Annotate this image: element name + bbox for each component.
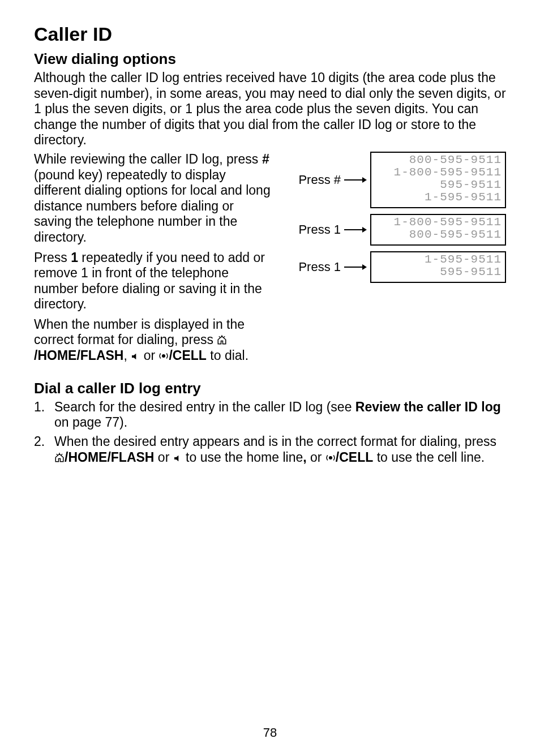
pound-para-b: (pound key) repeatedly to display differ… bbox=[34, 167, 271, 244]
lcd-box-one-a: 1-800-595-9511 800-595-9511 bbox=[370, 214, 506, 246]
press-pound-label: Press # bbox=[298, 173, 341, 187]
press-one-label-b: Press 1 bbox=[298, 260, 341, 274]
step2-c: to use the cell line. bbox=[373, 450, 485, 465]
press-one-label-a: Press 1 bbox=[298, 222, 341, 237]
cell-label: /CELL bbox=[169, 348, 206, 363]
arrow-right-icon bbox=[344, 263, 367, 271]
arrow-right-icon bbox=[344, 226, 367, 234]
lcd-line: 595-9511 bbox=[375, 179, 502, 191]
cell-icon bbox=[325, 453, 336, 463]
lcd-block-one-a: Press 1 1-800-595-9511 800-595-9511 bbox=[277, 214, 506, 246]
step-2: When the desired entry appears and is in… bbox=[34, 434, 506, 465]
step-1: Search for the desired entry in the call… bbox=[34, 400, 506, 431]
cell-label-2: /CELL bbox=[336, 450, 373, 465]
step1-b: on page 77). bbox=[54, 415, 127, 429]
or-text: or bbox=[144, 348, 159, 363]
speaker-icon bbox=[173, 454, 182, 463]
step2-b: to use the home line bbox=[182, 450, 303, 465]
one-key-para: Press 1 repeatedly if you need to add or… bbox=[34, 250, 272, 312]
lcd-box-pound: 800-595-9511 1-800-595-9511 595-9511 1-5… bbox=[370, 152, 506, 208]
or-1: or bbox=[154, 450, 173, 465]
cell-icon bbox=[158, 351, 169, 361]
lcd-line: 595-9511 bbox=[375, 266, 502, 278]
lcd-line: 1-800-595-9511 bbox=[375, 216, 502, 229]
intro-paragraph: Although the caller ID log entries recei… bbox=[34, 70, 506, 148]
home-flash-label: /HOME/FLASH bbox=[34, 348, 123, 363]
lcd-line: 1-595-9511 bbox=[375, 191, 502, 204]
comma: , bbox=[123, 348, 131, 363]
step2-a: When the desired entry appears and is in… bbox=[54, 434, 496, 449]
pound-key-label: # bbox=[262, 152, 269, 166]
page-number: 78 bbox=[0, 725, 540, 740]
lcd-line: 800-595-9511 bbox=[375, 229, 502, 241]
dial-format-para: When the number is displayed in the corr… bbox=[34, 317, 272, 364]
one-key-label: 1 bbox=[71, 250, 78, 265]
step1-bold: Review the caller ID log bbox=[355, 400, 501, 414]
home-icon bbox=[54, 453, 65, 463]
home-icon bbox=[217, 335, 227, 345]
speaker-icon bbox=[131, 352, 140, 361]
dial-para-a: When the number is displayed in the corr… bbox=[34, 317, 245, 347]
arrow-right-icon bbox=[344, 176, 367, 184]
view-dialing-heading: View dialing options bbox=[34, 50, 506, 68]
lcd-line: 1-595-9511 bbox=[375, 254, 502, 266]
one-para-a: Press bbox=[34, 250, 71, 265]
pound-para-a: While reviewing the caller ID log, press bbox=[34, 152, 262, 166]
pound-key-para: While reviewing the caller ID log, press… bbox=[34, 152, 272, 246]
lcd-line: 800-595-9511 bbox=[375, 154, 502, 166]
lcd-line: 1-800-595-9511 bbox=[375, 166, 502, 179]
dial-para-b: to dial. bbox=[207, 348, 248, 363]
dial-entry-heading: Dial a caller ID log entry bbox=[34, 380, 506, 397]
lcd-box-one-b: 1-595-9511 595-9511 bbox=[370, 251, 506, 283]
lcd-block-one-b: Press 1 1-595-9511 595-9511 bbox=[277, 251, 506, 283]
or-2: or bbox=[307, 450, 325, 465]
page-title: Caller ID bbox=[34, 23, 506, 46]
lcd-block-pound: Press # 800-595-9511 1-800-595-9511 595-… bbox=[277, 152, 506, 208]
home-flash-label-2: /HOME/FLASH bbox=[65, 450, 154, 465]
step1-a: Search for the desired entry in the call… bbox=[54, 400, 355, 414]
